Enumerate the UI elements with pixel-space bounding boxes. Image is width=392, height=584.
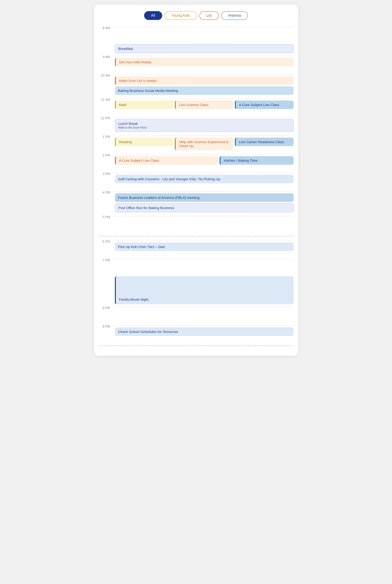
time-block-8pm: 8 PM xyxy=(99,306,294,324)
events-9am: Get Your Kids Ready xyxy=(112,54,294,69)
family-movie-label: Family Movie Night xyxy=(119,297,149,301)
event-breakfast[interactable]: Breakfast xyxy=(115,44,294,53)
event-row-family: Family Movie Night xyxy=(99,276,294,306)
time-block-9am: 9 AM Get Your Kids Ready xyxy=(99,54,294,73)
events-3pm: Golf-Carting with Counsins - Lily and Yo… xyxy=(112,171,294,186)
col-math: Math xyxy=(115,100,174,110)
time-block-9pm: 9 PM Check School Schedules for Tomorrow xyxy=(99,324,294,343)
time-block-6pm: 6 PM Pick Up Kid's from Tia's – Dad xyxy=(99,239,294,258)
multi-col-1pm: Reading Help with Science Experiment & C… xyxy=(115,138,294,151)
tab-lily[interactable]: Lily xyxy=(199,11,219,20)
col-kitchen-baking: Kitchen / Baking Time xyxy=(220,156,293,166)
event-lily-awake[interactable]: Make Sure Lily is Awake xyxy=(115,76,294,85)
time-label-7pm: 7 PM xyxy=(99,258,112,262)
tab-young-kids[interactable]: Young Kids xyxy=(164,11,197,20)
time-line-10am xyxy=(112,74,294,75)
time-line-8pm xyxy=(112,307,294,307)
time-block-11am: 11 AM Math Live Science Class A Core Sub… xyxy=(99,97,294,116)
col-core-subject-1: A Core Subject Live Class xyxy=(235,100,294,110)
events-11am: Math Live Science Class A Core Subject L… xyxy=(112,97,294,111)
time-label-9pm: 9 PM xyxy=(99,324,112,328)
event-row-breakfast: Breakfast xyxy=(99,44,294,54)
time-line-5pm xyxy=(112,216,294,216)
event-fbla[interactable]: Future Business Leaders of America (FBLA… xyxy=(115,193,294,202)
col-core-subject-2: A Core Subject Live Class xyxy=(115,156,218,166)
events-8pm xyxy=(112,306,294,310)
event-get-ready[interactable]: Get Your Kids Ready xyxy=(115,58,294,66)
time-line-4pm xyxy=(112,191,294,192)
events-7pm xyxy=(112,258,294,265)
events-5pm xyxy=(112,215,294,222)
time-block-12pm: 12 PM Lunch Break Walk to the Duck Pond xyxy=(99,116,294,134)
event-post-office[interactable]: Post Office Run for Baking Business xyxy=(115,203,294,212)
time-label-8am: 8 AM xyxy=(99,25,112,30)
events-1pm: Reading Help with Science Experiment & C… xyxy=(112,134,294,152)
lunch-title: Lunch Break xyxy=(118,122,138,125)
time-block-10am: 10 AM Make Sure Lily is Awake Baking Bus… xyxy=(99,73,294,97)
time-label-12pm: 12 PM xyxy=(99,116,112,120)
event-help-science[interactable]: Help with Science Experiment & Clean Up xyxy=(175,138,234,150)
events-4pm: Future Business Leaders of America (FBLA… xyxy=(112,190,294,215)
dashed-divider-1 xyxy=(99,236,294,236)
event-pickup[interactable]: Pick Up Kid's from Tia's – Dad xyxy=(115,242,294,251)
time-line-9am xyxy=(112,56,294,56)
time-label-1pm: 1 PM xyxy=(99,134,112,138)
time-label-9am: 9 AM xyxy=(99,54,112,59)
time-block-3pm: 3 PM Golf-Carting with Counsins - Lily a… xyxy=(99,171,294,190)
col-reading: Reading xyxy=(115,138,174,151)
event-lunch[interactable]: Lunch Break Walk to the Duck Pond xyxy=(115,119,294,132)
time-block-2pm: 2 PM A Core Subject Live Class Kitchen /… xyxy=(99,153,294,171)
event-family-movie[interactable]: Family Movie Night xyxy=(115,276,294,304)
multi-col-2pm: A Core Subject Live Class Kitchen / Baki… xyxy=(115,156,294,166)
time-label-2pm: 2 PM xyxy=(99,153,112,157)
time-block-4pm: 4 PM Future Business Leaders of America … xyxy=(99,190,294,215)
time-line-7pm xyxy=(112,259,294,259)
time-block-7pm: 7 PM xyxy=(99,258,294,276)
event-core-subject-1[interactable]: A Core Subject Live Class xyxy=(235,100,294,109)
time-block-8am: 8 AM xyxy=(99,25,294,44)
tab-arianna[interactable]: Arianna xyxy=(221,11,248,20)
time-line-2pm xyxy=(112,154,294,154)
time-label-3pm: 3 PM xyxy=(99,171,112,176)
page-container: All Young Kids Lily Arianna 8 AM Breakfa… xyxy=(94,5,298,356)
event-live-career[interactable]: Live Career Readiness Class xyxy=(235,138,294,146)
col-live-science: Live Science Class xyxy=(175,100,234,110)
filter-tabs: All Young Kids Lily Arianna xyxy=(94,9,298,20)
time-label-8pm: 8 PM xyxy=(99,306,112,310)
multi-col-11am: Math Live Science Class A Core Subject L… xyxy=(115,100,294,110)
event-math[interactable]: Math xyxy=(115,100,174,109)
events-10am: Make Sure Lily is Awake Baking Business … xyxy=(112,73,294,97)
tab-all[interactable]: All xyxy=(144,11,162,20)
lunch-subtitle: Walk to the Duck Pond xyxy=(118,126,290,129)
col-live-career: Live Career Readiness Class xyxy=(235,138,294,151)
time-line-11am xyxy=(112,99,294,99)
event-kitchen-baking[interactable]: Kitchen / Baking Time xyxy=(220,156,293,165)
time-label-10am: 10 AM xyxy=(99,73,112,77)
time-label-11am: 11 AM xyxy=(99,97,112,101)
events-9pm: Check School Schedules for Tomorrow xyxy=(112,324,294,338)
time-line-6pm xyxy=(112,241,294,241)
dashed-divider-2 xyxy=(99,346,294,346)
event-reading[interactable]: Reading xyxy=(115,138,174,146)
event-golf[interactable]: Golf-Carting with Counsins - Lily and Yo… xyxy=(115,175,294,183)
time-label-5pm: 5 PM xyxy=(99,215,112,219)
time-label-6pm: 6 PM xyxy=(99,239,112,243)
events-2pm: A Core Subject Live Class Kitchen / Baki… xyxy=(112,153,294,167)
time-line-8am xyxy=(112,27,294,27)
events-12pm: Lunch Break Walk to the Duck Pond xyxy=(112,116,294,134)
time-block-1pm: 1 PM Reading Help with Science Experimen… xyxy=(99,134,294,153)
calendar: 8 AM Breakfast 9 AM Get Your Kids Ready … xyxy=(94,25,298,346)
time-line-12pm xyxy=(112,117,294,117)
time-line-1pm xyxy=(112,136,294,136)
event-check-school[interactable]: Check School Schedules for Tomorrow xyxy=(115,327,294,336)
events-6pm: Pick Up Kid's from Tia's – Dad xyxy=(112,239,294,253)
time-label-4pm: 4 PM xyxy=(99,190,112,194)
time-line-3pm xyxy=(112,173,294,173)
time-block-5pm: 5 PM xyxy=(99,215,294,233)
col-help-science: Help with Science Experiment & Clean Up xyxy=(175,138,234,151)
event-core-subject-2[interactable]: A Core Subject Live Class xyxy=(115,156,218,165)
event-live-science[interactable]: Live Science Class xyxy=(175,100,234,109)
time-line-9pm xyxy=(112,326,294,326)
event-baking-meeting[interactable]: Baking Business Social Media Meeting xyxy=(115,86,294,95)
